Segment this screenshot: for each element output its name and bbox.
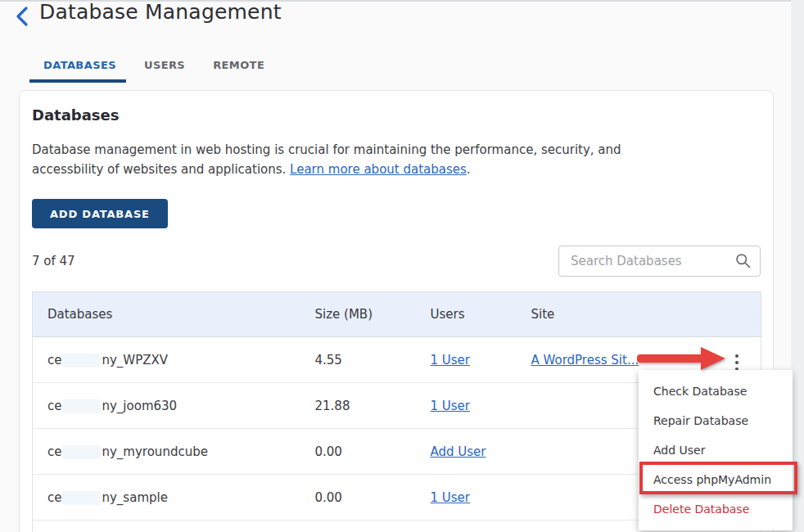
- db-name-prefix: ce: [47, 444, 61, 459]
- db-name-cell: ceny_joom630: [33, 383, 300, 429]
- users-link[interactable]: 1 User: [431, 353, 471, 367]
- learn-more-link[interactable]: Learn more about databases: [290, 162, 467, 177]
- tab-users[interactable]: USERS: [130, 52, 199, 83]
- redaction-box: [62, 399, 101, 413]
- search-icon[interactable]: [734, 252, 752, 269]
- users-link[interactable]: Add User: [431, 444, 486, 459]
- header-size: Size (MB): [300, 292, 416, 337]
- context-menu-item-highlighted[interactable]: Access phpMyAdmin: [639, 465, 793, 494]
- header-databases: Databases: [33, 292, 300, 337]
- active-tab-underline: [29, 79, 126, 83]
- db-name-suffix: ny_WPZXV: [102, 353, 168, 367]
- tab-bar: DATABASES USERS REMOTE: [29, 52, 278, 83]
- header-actions: [714, 292, 761, 337]
- description-period: .: [467, 162, 471, 177]
- db-users-cell: 1 User: [416, 475, 517, 521]
- db-name-suffix: ny_sample: [102, 490, 167, 505]
- table-header-row: Databases Size (MB) Users Site: [33, 292, 761, 337]
- db-users-cell: Add User: [416, 429, 517, 475]
- add-database-button[interactable]: ADD DATABASE: [32, 199, 168, 228]
- db-size-cell: 0.00: [300, 429, 416, 475]
- site-link[interactable]: A WordPress Sit...: [531, 353, 639, 367]
- users-link[interactable]: 1 User: [431, 399, 471, 413]
- db-users-cell: 1 User: [416, 337, 517, 383]
- users-link[interactable]: 1 User: [431, 490, 471, 505]
- context-menu-item[interactable]: Repair Database: [639, 406, 793, 435]
- tab-databases[interactable]: DATABASES: [29, 52, 130, 83]
- redaction-box: [62, 445, 101, 459]
- db-name-suffix: ny_myroundcube: [102, 444, 207, 459]
- context-menu-item[interactable]: Add User: [639, 435, 793, 465]
- context-menu-item[interactable]: Check Database: [639, 376, 793, 406]
- db-name-prefix: ce: [47, 490, 61, 505]
- panel-heading: Databases: [32, 106, 120, 124]
- header-users: Users: [416, 292, 517, 337]
- context-menu-item[interactable]: Delete Database: [639, 494, 793, 524]
- chevron-left-icon: [13, 6, 33, 27]
- db-name-cell: ceny_myroundcube: [33, 429, 300, 475]
- redaction-box: [62, 354, 101, 367]
- db-name-prefix: ce: [47, 399, 61, 413]
- page-title: Database Management: [39, 0, 282, 24]
- db-size-cell: 21.88: [300, 383, 416, 429]
- db-name-cell: ceny_WPZXV: [33, 337, 300, 383]
- panel-description: Database management in web hosting is cr…: [32, 140, 644, 179]
- search-input[interactable]: [558, 246, 761, 277]
- db-name-cell: ceny_sample: [33, 475, 300, 521]
- db-size-cell: 4.55: [300, 337, 416, 383]
- db-size-cell: 0.00: [300, 475, 416, 521]
- header-site: Site: [517, 292, 714, 337]
- result-count: 7 of 47: [32, 254, 75, 268]
- back-button[interactable]: [13, 6, 33, 27]
- database-context-menu: Check Database Repair Database Add User …: [639, 370, 793, 530]
- search-box: [558, 246, 761, 277]
- db-name-suffix: ny_joom630: [102, 399, 177, 413]
- db-name-prefix: ce: [47, 353, 61, 367]
- db-users-cell: 1 User: [416, 383, 517, 429]
- tab-remote[interactable]: REMOTE: [199, 52, 278, 83]
- redaction-box: [62, 491, 101, 505]
- scrollbar-track[interactable]: [791, 0, 804, 532]
